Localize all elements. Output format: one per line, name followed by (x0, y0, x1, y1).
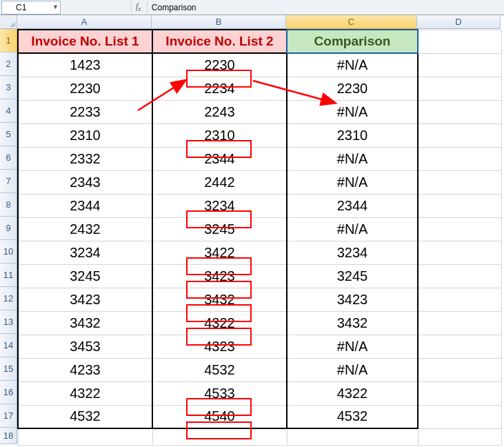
cell-A13[interactable]: 3432 (18, 311, 152, 335)
cell-D15[interactable] (418, 358, 501, 381)
header-C[interactable]: Comparison (287, 30, 418, 53)
cell-C4[interactable]: #N/A (287, 100, 418, 123)
name-box[interactable]: C1 ▼ (1, 1, 61, 14)
cell-C10[interactable]: 3234 (287, 241, 418, 264)
cell-D9[interactable] (418, 217, 501, 241)
row-header-2[interactable]: 2 (0, 52, 17, 76)
row-header-5[interactable]: 5 (0, 123, 17, 146)
cell-A9[interactable]: 2432 (18, 217, 152, 241)
row-header-9[interactable]: 9 (0, 217, 17, 240)
cell-A18[interactable] (18, 428, 152, 445)
cell-B10[interactable]: 3422 (152, 241, 287, 264)
cell-C12[interactable]: 3423 (287, 288, 418, 311)
cell-C14[interactable]: #N/A (287, 335, 418, 358)
cell-A4[interactable]: 2233 (18, 100, 152, 123)
column-header-A[interactable]: A (17, 15, 152, 29)
cell-B12[interactable]: 3432 (152, 288, 287, 311)
row-header-3[interactable]: 3 (0, 76, 17, 99)
cell-A12[interactable]: 3423 (18, 288, 152, 311)
cell-B6[interactable]: 2344 (152, 147, 287, 170)
cell-A3[interactable]: 2230 (18, 77, 152, 100)
cell-B7[interactable]: 2442 (152, 170, 287, 194)
row-header-1[interactable]: 1 (0, 29, 17, 52)
cell-A7[interactable]: 2343 (18, 170, 152, 194)
cell-D12[interactable] (418, 288, 501, 311)
cell-D11[interactable] (418, 264, 501, 288)
select-all-corner[interactable] (0, 15, 17, 29)
cell-A11[interactable]: 3245 (18, 264, 152, 288)
row-header-10[interactable]: 10 (0, 240, 17, 264)
chevron-down-icon[interactable]: ▼ (52, 3, 59, 10)
cell-B2[interactable]: 2230 (152, 53, 287, 77)
name-box-value: C1 (16, 3, 26, 12)
cell-A14[interactable]: 3453 (18, 335, 152, 358)
cell-D2[interactable] (418, 53, 501, 77)
column-header-C[interactable]: C (286, 15, 417, 29)
row-header-18[interactable]: 18 (0, 428, 17, 444)
cell-B4[interactable]: 2243 (152, 100, 287, 123)
cell-A17[interactable]: 4532 (18, 405, 152, 428)
row-header-6[interactable]: 6 (0, 146, 17, 170)
row-header-13[interactable]: 13 (0, 310, 17, 334)
cell-C9[interactable]: #N/A (287, 217, 418, 241)
cell-D7[interactable] (418, 170, 501, 194)
cell-B16[interactable]: 4533 (152, 381, 287, 405)
cell-A5[interactable]: 2310 (18, 123, 152, 147)
header-B[interactable]: Invoice No. List 2 (152, 30, 287, 53)
cell-D3[interactable] (418, 77, 501, 100)
cell-C13[interactable]: 3432 (287, 311, 418, 335)
cell-A16[interactable]: 4322 (18, 381, 152, 405)
cell-C11[interactable]: 3245 (287, 264, 418, 288)
cell-B11[interactable]: 3423 (152, 264, 287, 288)
row-header-15[interactable]: 15 (0, 357, 17, 381)
cell-A8[interactable]: 2344 (18, 194, 152, 217)
cell-C6[interactable]: #N/A (287, 147, 418, 170)
cell-C2[interactable]: #N/A (287, 53, 418, 77)
row-header-8[interactable]: 8 (0, 193, 17, 217)
cell-A2[interactable]: 1423 (18, 53, 152, 77)
cell-A10[interactable]: 3234 (18, 241, 152, 264)
cell-C3[interactable]: 2230 (287, 77, 418, 100)
row-header-11[interactable]: 11 (0, 264, 17, 287)
column-header-B[interactable]: B (152, 15, 286, 29)
cell-D6[interactable] (418, 147, 501, 170)
cell-D16[interactable] (418, 381, 501, 405)
cell-C5[interactable]: 2310 (287, 123, 418, 147)
cell-D4[interactable] (418, 100, 501, 123)
row-header-4[interactable]: 4 (0, 99, 17, 123)
cell-C18[interactable] (287, 428, 418, 445)
row-header-16[interactable]: 16 (0, 381, 17, 404)
cell-D18[interactable] (418, 428, 501, 445)
cell-B13[interactable]: 4322 (152, 311, 287, 335)
cell-B15[interactable]: 4532 (152, 358, 287, 381)
column-header-D[interactable]: D (417, 15, 501, 29)
header-A[interactable]: Invoice No. List 1 (18, 30, 152, 53)
formula-input[interactable] (149, 1, 504, 14)
cell-D1[interactable] (418, 30, 501, 53)
cell-C17[interactable]: 4532 (287, 405, 418, 428)
cell-B14[interactable]: 4323 (152, 335, 287, 358)
row-header-14[interactable]: 14 (0, 334, 17, 357)
cell-D5[interactable] (418, 123, 501, 147)
cell-C7[interactable]: #N/A (287, 170, 418, 194)
cell-B3[interactable]: 2234 (152, 77, 287, 100)
row-header-17[interactable]: 17 (0, 404, 17, 428)
row-header-7[interactable]: 7 (0, 170, 17, 193)
cell-B18[interactable] (152, 428, 287, 445)
cell-B17[interactable]: 4540 (152, 405, 287, 428)
cell-C16[interactable]: 4322 (287, 381, 418, 405)
fx-icon[interactable]: fx (136, 1, 141, 12)
cell-B8[interactable]: 3234 (152, 194, 287, 217)
cell-A15[interactable]: 4233 (18, 358, 152, 381)
cell-C8[interactable]: 2344 (287, 194, 418, 217)
cell-D8[interactable] (418, 194, 501, 217)
cell-D13[interactable] (418, 311, 501, 335)
cell-B5[interactable]: 2310 (152, 123, 287, 147)
cell-B9[interactable]: 3245 (152, 217, 287, 241)
cell-C15[interactable]: #N/A (287, 358, 418, 381)
row-header-12[interactable]: 12 (0, 287, 17, 310)
cell-D10[interactable] (418, 241, 501, 264)
cell-D14[interactable] (418, 335, 501, 358)
cell-A6[interactable]: 2332 (18, 147, 152, 170)
cell-D17[interactable] (418, 405, 501, 428)
